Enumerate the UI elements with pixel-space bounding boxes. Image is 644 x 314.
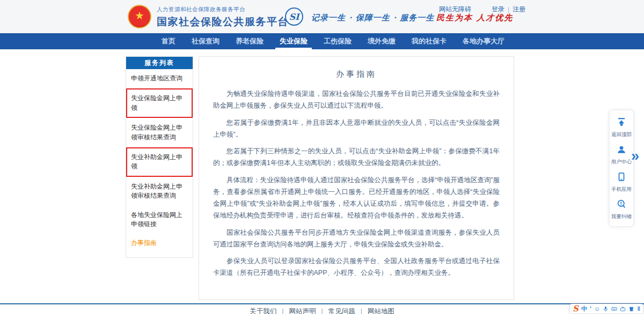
report-error-icon [617,199,626,211]
phone-icon [617,172,626,184]
footer-link-statement[interactable]: 网站声明 [289,308,316,314]
si-slogan: 记录一生 · 保障一生 · 服务一生 [311,13,434,23]
toolbar-collapse-chevron-icon[interactable]: » [631,148,639,165]
sidebar-item-insurance-online-claim[interactable]: 失业保险金网上申领 [127,89,192,117]
report-error-label: 我要纠错 [611,213,632,220]
footer-divider [0,303,644,304]
motto-calligraphy: 民生为本 人才优先 [436,13,513,23]
ime-toolbar: S 中 ’ ☺ ‖ [570,304,643,313]
user-center-button[interactable]: 用户中心 [610,141,633,169]
annotation-box-subsidy-claim: 失业补助金网上申领 [126,147,193,177]
platform-title: 国家社会保险公共服务平台 [157,15,289,29]
guide-paragraph: 具体流程：失业保险待遇申领人通过国家社会保险公共服务平台，选择“申领开通地区查询… [213,174,500,222]
service-sidebar: 服务列表 申领开通地区查询 失业保险金网上申领 失业保险金网上申领审核结果查询 … [126,56,193,258]
user-center-label: 用户中心 [611,159,632,166]
nav-item-my-card[interactable]: 我的社保卡 [404,33,455,49]
site-header: ★ 人力资源和社会保障政务服务平台 国家社会保险公共服务平台 SI 记录一生 ·… [0,0,644,33]
page: ★ 人力资源和社会保障政务服务平台 国家社会保险公共服务平台 SI 记录一生 ·… [0,0,644,314]
sidebar-item-subsidy-claim-result[interactable]: 失业补助金网上申领审核结果查询 [126,177,193,206]
guide-paragraph: 国家社会保险公共服务平台同步开通地方失业保险金网上申领渠道查询服务，参保失业人员… [213,227,500,251]
si-logo-icon: SI [285,8,303,26]
footer-link-about[interactable]: 关于我们 [250,308,276,314]
footer-link-faq[interactable]: 常见问题 [328,308,355,314]
guide-panel: 办事指南 为畅通失业保险待遇申领渠道，国家社会保险公共服务平台目前已开通失业保险… [199,56,514,300]
guide-paragraph: 您若属于下列三种情形之一的失业人员，可以点击“失业补助金网上申领”：参保缴费不满… [213,145,500,169]
guide-paragraph: 参保失业人员可以登录国家社会保险公共服务平台、全国人社政务服务平台或通过电子社保… [213,255,500,279]
register-link[interactable]: 注册 [513,5,525,14]
report-error-button[interactable]: 我要纠错 [610,196,633,223]
sidebar-item-guide[interactable]: 办事指南 [126,234,193,252]
nav-item-local-halls[interactable]: 各地办事大厅 [455,33,513,49]
skin-icon[interactable] [628,306,634,312]
resize-handle-icon[interactable]: ‖ [638,305,640,312]
back-to-top-icon [617,117,626,129]
site-title-block: 人力资源和社会保障政务服务平台 国家社会保险公共服务平台 [157,6,289,29]
sidebar-title: 服务列表 [126,57,193,69]
emoji-icon[interactable]: ☺ [594,305,600,312]
main-nav: 首页 社保查询 养老保险 失业保险 工伤保险 境外免缴 我的社保卡 各地办事大厅 [0,33,644,49]
chinese-mode-icon[interactable]: 中 [581,305,587,313]
voice-input-icon[interactable] [603,306,609,312]
nav-item-unemployment[interactable]: 失业保险 [272,33,316,49]
back-to-top-button[interactable]: 返回顶部 [610,114,633,141]
nav-item-pension[interactable]: 养老保险 [228,33,272,49]
apostrophe-icon[interactable]: ’ [590,305,591,312]
footer-links: 关于我们|网站声明|常见问题|网站地图 [0,307,644,314]
guide-title: 办事指南 [213,69,500,79]
keyboard-icon[interactable] [611,306,617,312]
annotation-box-insurance-claim: 失业保险金网上申领 [126,88,193,118]
sidebar-item-subsidy-online-claim[interactable]: 失业补助金网上申领 [127,148,192,176]
sogou-logo-icon[interactable]: S [573,304,579,313]
floating-toolbar: 返回顶部 用户中心 手机应用 我要纠错 [610,110,633,226]
guide-paragraph: 为畅通失业保险待遇申领渠道，国家社会保险公共服务平台目前已开通失业保险金和失业补… [213,88,500,112]
user-icon [617,145,626,156]
nav-item-work-injury[interactable]: 工伤保险 [316,33,360,49]
back-to-top-label: 返回顶部 [611,131,632,138]
mobile-app-label: 手机应用 [611,186,632,193]
mobile-app-button[interactable]: 手机应用 [610,169,633,196]
link-separator: | [508,6,509,13]
platform-subtitle: 人力资源和社会保障政务服务平台 [157,6,289,13]
footer-link-sitemap[interactable]: 网站地图 [368,308,394,314]
nav-item-social-query[interactable]: 社保查询 [184,33,228,49]
guide-paragraph: 您若属于参保缴费满1年，并且非因本人意愿中断就业的失业人员，可以点击“失业保险金… [213,117,500,141]
toolbox-icon[interactable] [620,306,626,312]
nav-item-home[interactable]: 首页 [153,33,184,49]
nav-item-overseas-exemption[interactable]: 境外免缴 [360,33,404,49]
sidebar-item-insurance-claim-result[interactable]: 失业保险金网上申领审核结果查询 [126,118,193,147]
national-emblem-icon: ★ [128,5,151,28]
sidebar-item-region-query[interactable]: 申领开通地区查询 [126,69,193,88]
sidebar-item-local-links[interactable]: 各地失业保险网上申领链接 [126,206,193,234]
